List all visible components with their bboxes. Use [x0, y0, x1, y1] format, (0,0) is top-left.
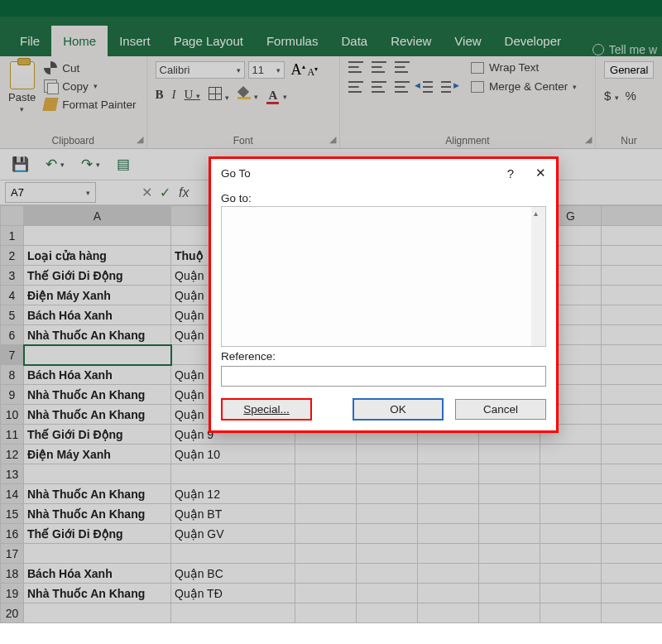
cell[interactable]	[602, 603, 663, 623]
cell[interactable]	[540, 504, 602, 524]
row-header[interactable]: 14	[1, 484, 24, 504]
tab-data[interactable]: Data	[329, 26, 379, 56]
align-bottom-icon[interactable]	[395, 61, 410, 73]
cell[interactable]	[602, 544, 663, 564]
row-header[interactable]: 15	[1, 504, 24, 524]
cell[interactable]	[540, 603, 602, 623]
cell[interactable]	[418, 484, 479, 504]
cell[interactable]: Nhà Thuốc An Khang	[24, 385, 171, 405]
cell[interactable]	[602, 246, 663, 266]
special-button[interactable]: Special...	[221, 398, 312, 421]
cell[interactable]	[602, 405, 663, 425]
tab-formulas[interactable]: Formulas	[255, 26, 330, 56]
cell[interactable]	[602, 425, 663, 445]
cell[interactable]	[540, 484, 602, 504]
scrollbar[interactable]	[531, 207, 545, 346]
cell[interactable]: Quận BT	[171, 504, 295, 524]
row-header[interactable]: 9	[1, 385, 24, 405]
tab-developer[interactable]: Developer	[493, 26, 573, 56]
cell[interactable]	[24, 345, 171, 365]
row-header[interactable]: 6	[1, 325, 24, 345]
cell[interactable]: Quận BC	[171, 564, 295, 584]
cell[interactable]: Điện Máy Xanh	[24, 286, 171, 305]
font-name-select[interactable]: Calibri▾	[156, 61, 245, 79]
cell[interactable]	[171, 464, 295, 484]
cell[interactable]	[602, 325, 663, 345]
row-header[interactable]: 17	[1, 544, 24, 564]
row-header[interactable]: 20	[1, 603, 24, 623]
cell[interactable]	[357, 584, 418, 603]
cell[interactable]: Nhà Thuốc An Khang	[24, 584, 171, 603]
select-all-button[interactable]	[1, 206, 24, 226]
cell[interactable]	[479, 524, 540, 544]
cell[interactable]	[295, 564, 357, 584]
cell[interactable]	[171, 544, 295, 564]
dialog-launcher-icon[interactable]: ◢	[585, 134, 592, 145]
redo-button[interactable]: ↷ ▾	[81, 156, 100, 173]
cell[interactable]	[418, 464, 479, 484]
tab-home[interactable]: Home	[51, 26, 108, 56]
row-header[interactable]: 4	[1, 286, 24, 305]
align-center-icon[interactable]	[372, 81, 386, 93]
cell[interactable]: Nhà Thuốc An Khang	[24, 325, 171, 345]
cell[interactable]: Điện Máy Xanh	[24, 445, 171, 464]
tab-view[interactable]: View	[443, 26, 492, 56]
reference-input[interactable]	[221, 366, 546, 387]
format-painter-button[interactable]: Format Painter	[44, 98, 136, 111]
goto-listbox[interactable]	[221, 206, 546, 347]
cell[interactable]: Loại cửa hàng	[24, 246, 171, 266]
save-icon[interactable]: 💾	[12, 156, 29, 173]
touch-mode-icon[interactable]: ▤	[117, 156, 130, 173]
cell[interactable]	[295, 603, 357, 623]
cell[interactable]	[418, 504, 479, 524]
cancel-entry-icon[interactable]: ✕	[137, 185, 156, 200]
cell[interactable]	[24, 544, 171, 564]
column-header[interactable]: A	[24, 206, 171, 226]
row-header[interactable]: 5	[1, 305, 24, 325]
cell[interactable]	[418, 524, 479, 544]
italic-button[interactable]: I	[172, 88, 176, 102]
cell[interactable]	[602, 584, 663, 603]
tab-page-layout[interactable]: Page Layout	[162, 26, 255, 56]
enter-entry-icon[interactable]: ✓	[156, 185, 174, 200]
cell[interactable]	[479, 544, 540, 564]
cell[interactable]	[479, 584, 540, 603]
paste-button[interactable]: Paste ▾	[8, 61, 36, 113]
cell[interactable]	[602, 484, 663, 504]
row-header[interactable]: 12	[1, 445, 24, 464]
bold-button[interactable]: B	[156, 88, 164, 102]
cell[interactable]	[357, 445, 418, 464]
font-size-select[interactable]: 11▾	[248, 61, 285, 79]
row-header[interactable]: 10	[1, 405, 24, 425]
name-box[interactable]: A7▾	[5, 182, 96, 203]
tab-insert[interactable]: Insert	[108, 26, 162, 56]
align-left-icon[interactable]	[348, 81, 363, 93]
wrap-text-button[interactable]: Wrap Text	[471, 61, 577, 74]
cell[interactable]	[24, 603, 171, 623]
cell[interactable]	[24, 464, 171, 484]
cell[interactable]: Nhà Thuốc An Khang	[24, 484, 171, 504]
cell[interactable]	[540, 524, 602, 544]
cell[interactable]: Nhà Thuốc An Khang	[24, 504, 171, 524]
cell[interactable]: Quận GV	[171, 524, 295, 544]
accounting-format-button[interactable]: $ ▾	[604, 89, 619, 103]
fx-icon[interactable]: fx	[179, 185, 189, 200]
row-header[interactable]: 11	[1, 425, 24, 445]
cell[interactable]	[602, 504, 663, 524]
increase-indent-icon[interactable]	[441, 81, 456, 93]
cell[interactable]	[295, 524, 357, 544]
dialog-launcher-icon[interactable]: ◢	[329, 134, 336, 145]
cell[interactable]	[295, 584, 357, 603]
row-header[interactable]: 19	[1, 584, 24, 603]
percent-format-button[interactable]: %	[626, 89, 636, 103]
cell[interactable]: Thế Giới Di Động	[24, 425, 171, 445]
cell[interactable]	[24, 226, 171, 246]
cell[interactable]	[479, 464, 540, 484]
cancel-button[interactable]: Cancel	[455, 399, 546, 420]
cell[interactable]	[418, 445, 479, 464]
cell[interactable]	[357, 524, 418, 544]
cell[interactable]	[602, 464, 663, 484]
cell[interactable]	[540, 544, 602, 564]
cell[interactable]: Bách Hóa Xanh	[24, 305, 171, 325]
cell[interactable]	[295, 544, 357, 564]
